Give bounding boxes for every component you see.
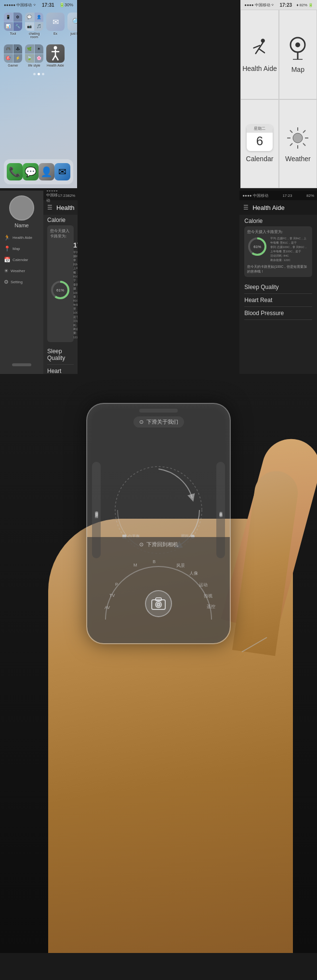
status-bar-health-right: ●●●● 中国移动 17:23 82% [239, 191, 317, 200]
app-gamer-label: Gamer [8, 64, 18, 67]
time-right: 17:23 [279, 2, 292, 8]
sidebar: Name 🏃 Health Aide 📍 Map 📅 Calendar ☀ We… [0, 191, 43, 374]
mode-video[interactable]: 拍视 [204, 593, 212, 599]
mode-m[interactable]: M [133, 563, 137, 567]
mode-remote[interactable]: 遥控 [207, 604, 215, 610]
mode-tv[interactable]: TV [109, 593, 115, 598]
camera-button[interactable] [145, 590, 172, 617]
status-bar-right: ●●●● 中国移动 ᯤ 17:23 ♦ 82% 🔋 [240, 0, 317, 10]
menu-map-label: Map [291, 66, 304, 73]
avatar [9, 195, 34, 221]
carrier-left: ●●●●● 中国移动 ᯤ [4, 2, 37, 8]
home-button[interactable] [12, 363, 31, 366]
svg-point-8 [293, 133, 303, 143]
user-name: Name [14, 222, 28, 228]
phone-top-area: ⊙ 下滑关于我们 [87, 413, 230, 431]
mode-p[interactable]: P [115, 582, 118, 587]
sidebar-item-calendar[interactable]: 📅 Calendar [0, 254, 43, 265]
battery-right: ♦ 82% 🔋 [296, 3, 313, 7]
phone-app-menu: ●●●● 中国移动 ᯤ 17:23 ♦ 82% 🔋 Health Aide [240, 0, 317, 188]
sidebar-item-weather[interactable]: ☀ Weather [0, 265, 43, 276]
svg-point-25 [157, 603, 160, 606]
phone-home-screen: ●●●●● 中国移动 ᯤ 17:31 🔋30% 📱 ⚙ 📊 🔧 Tool 💬 [0, 0, 77, 188]
mode-portrait[interactable]: 人像 [189, 570, 198, 577]
dock-contacts[interactable]: 👤 [39, 163, 54, 180]
health-content-right: Calorie 您今天摄入卡路里为: 61% 平均 总摄FC，拿 到%C，上年每… [239, 215, 317, 323]
calorie-percent-right: 61% [247, 236, 267, 257]
calorie-section-left: 您今天摄入卡路里为: 61% 177 平均 总摄FC，拿 到%C，上年每餐 里8… [47, 225, 74, 342]
weather-icon-small: ☀ [4, 268, 9, 274]
calorie-note-right: 您今天的卡路里如(100C，但是短需要加的营养哦！ [247, 264, 309, 274]
battery-health-left: 82% [67, 193, 75, 198]
time-left: 17:31 [42, 2, 54, 8]
menu-calendar[interactable]: 星期二 6 Calendar [240, 99, 278, 189]
mode-sport[interactable]: 运动 [199, 582, 208, 588]
sidebar-calendar-label: Calendar [13, 258, 28, 262]
mode-landscape[interactable]: 风景 [176, 563, 185, 569]
svg-line-3 [53, 55, 55, 60]
app-just-look[interactable]: 🔍 just look [67, 13, 77, 39]
down-chevron-icon: ⊙ [139, 419, 144, 425]
calorie-detail-left: 177 平均 总摄FC，拿 到%C，上年每餐 里81C，是于拿到 总摄100C，… [73, 241, 78, 339]
phone-health-left: Name 🏃 Health Aide 📍 Map 📅 Calendar ☀ We… [0, 191, 78, 374]
app-tool-label: Tool [10, 32, 16, 35]
dock-bar: 📞 💬 👤 ✉ [4, 159, 73, 184]
sleep-quality-right: Sleep Quality [244, 281, 312, 294]
svg-line-13 [290, 130, 292, 133]
page-dots [0, 73, 77, 75]
hamburger-icon-right[interactable]: ☰ [243, 204, 249, 211]
dock-messages[interactable]: 💬 [23, 163, 39, 180]
svg-point-0 [54, 46, 57, 50]
status-bar-left: ●●●●● 中国移动 ᯤ 17:31 🔋30% [0, 0, 77, 10]
sidebar-item-settings[interactable]: ⚙ Setting [0, 276, 43, 288]
calorie-circle-right: 61% [247, 236, 267, 257]
heart-reat-left: Heart Reat [47, 365, 74, 374]
svg-point-5 [261, 39, 264, 42]
app-lifestyle-label: life style [28, 64, 40, 67]
mode-av[interactable]: AV [105, 605, 110, 610]
app-ex[interactable]: ✉ Ex [46, 13, 65, 39]
calendar-icon-small: 📅 [4, 257, 11, 263]
time-health-right: 17:23 [282, 193, 292, 198]
time-health-left: 17:23 [58, 193, 67, 198]
transparent-phone: ⊙ 下滑关于我们 右滑调节亮度对比度 左滑查看相册 [86, 403, 231, 644]
svg-line-14 [303, 143, 305, 146]
app-gamer[interactable]: 🎮 🕹 🎯 ⚡ Gamer [4, 44, 22, 67]
app-health-aide[interactable]: Health Aide [46, 44, 65, 67]
down-chevron-camera-icon: ⊙ [139, 541, 144, 548]
hamburger-icon[interactable]: ☰ [47, 204, 53, 211]
sidebar-item-health[interactable]: 🏃 Health Aide [0, 232, 43, 243]
settings-icon: ⚙ [4, 279, 9, 285]
calorie-info-right: 您今天摄入卡路里为: 61% 平均 总摄FC，拿 到%C，上年每餐 里81C，是… [244, 226, 312, 277]
svg-line-15 [303, 130, 305, 133]
app-lifestyle[interactable]: 🌿 ☀ 🍃 🌸 life style [25, 44, 43, 67]
page-dot-1 [33, 73, 36, 75]
sidebar-health-label: Health Aide [13, 235, 32, 240]
carrier-right: ●●●● 中国移动 ᯤ [244, 2, 275, 8]
health-title-left: Health [56, 204, 75, 211]
health-content-left: Calorie 您今天摄入卡路里为: 61% 177 [43, 215, 78, 374]
sidebar-item-map[interactable]: 📍 Map [0, 243, 43, 254]
blood-pressure-right: Blood Pressure [244, 307, 312, 320]
calorie-value-left: 177 [73, 241, 78, 250]
menu-health-aide[interactable]: Health Aide [240, 10, 278, 99]
calorie-title-right: Calorie [244, 218, 312, 224]
battery-health-right: 82% [306, 193, 314, 198]
health-title-right: Health Aide [252, 204, 285, 211]
app-tool[interactable]: 📱 ⚙ 📊 🔧 Tool [4, 13, 22, 39]
camera-swipe-label: ⊙ 下滑回到相机 [87, 537, 230, 552]
camera-dial: AV TV P M B 风景 人像 运动 拍视 遥控 [87, 552, 230, 620]
map-icon: 📍 [4, 246, 11, 252]
menu-map[interactable]: Map [279, 10, 317, 99]
svg-line-16 [290, 143, 292, 146]
menu-weather-label: Weather [285, 155, 311, 163]
dock-mail[interactable]: ✉ [54, 163, 70, 180]
mode-b[interactable]: B [153, 559, 156, 564]
dock-phone[interactable]: 📞 [7, 163, 23, 180]
calorie-title-left: Calorie [47, 217, 74, 223]
svg-line-4 [55, 55, 58, 60]
app-chat[interactable]: 💬 👤 📷 🎵 chating room [25, 13, 43, 39]
menu-weather[interactable]: Weather [279, 99, 317, 189]
camera-swipe-text: 下滑回到相机 [146, 541, 178, 548]
status-bar-health-left: ●●●●● 中国移动 17:23 82% [43, 191, 78, 200]
